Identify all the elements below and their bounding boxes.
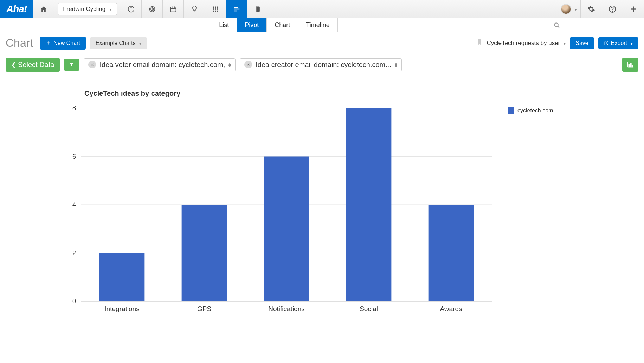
- tab-timeline[interactable]: Timeline: [298, 18, 337, 32]
- remove-filter-icon[interactable]: ✕: [88, 61, 96, 68]
- topbar: Aha! Fredwin Cycling: [0, 0, 644, 18]
- svg-text:2: 2: [72, 250, 76, 257]
- new-chart-label: New Chart: [53, 40, 80, 46]
- svg-text:Awards: Awards: [440, 305, 462, 312]
- home-icon[interactable]: [33, 0, 54, 18]
- info-icon[interactable]: [121, 0, 142, 18]
- svg-rect-54: [429, 205, 474, 301]
- chart-type-button[interactable]: [622, 58, 638, 72]
- svg-rect-48: [182, 205, 227, 301]
- updown-icon[interactable]: ▴▾: [228, 62, 231, 67]
- svg-text:Notifications: Notifications: [268, 305, 305, 312]
- avatar: [561, 4, 571, 14]
- svg-rect-14: [217, 6, 218, 8]
- svg-rect-12: [213, 6, 214, 8]
- svg-text:6: 6: [72, 153, 76, 160]
- filter-creator-domain[interactable]: ✕ Idea creator email domain: cycletech.c…: [240, 58, 402, 71]
- svg-text:0: 0: [72, 298, 76, 305]
- help-icon[interactable]: [602, 0, 623, 18]
- chevron-down-icon: [108, 6, 112, 13]
- bookmark-icon[interactable]: [477, 39, 482, 47]
- chevron-down-icon: [138, 40, 141, 46]
- apps-grid-icon[interactable]: [205, 0, 226, 18]
- legend: cycletech.com: [508, 107, 553, 315]
- view-tabbar: List Pivot Chart Timeline: [0, 18, 644, 32]
- user-menu[interactable]: [557, 0, 581, 18]
- svg-rect-33: [629, 65, 630, 67]
- svg-rect-35: [632, 65, 633, 67]
- svg-rect-16: [215, 8, 216, 10]
- legend-label: cycletech.com: [517, 107, 553, 114]
- svg-rect-34: [630, 63, 631, 67]
- filter-label: Idea creator email domain: cycletech.com…: [256, 61, 391, 69]
- svg-rect-19: [215, 10, 216, 12]
- notebook-icon[interactable]: [247, 0, 268, 18]
- report-name-label: CycleTech requests by user: [487, 40, 560, 47]
- reports-icon[interactable]: [226, 0, 247, 18]
- svg-text:8: 8: [72, 105, 76, 112]
- svg-rect-17: [217, 8, 218, 10]
- page-title: Chart: [6, 37, 33, 50]
- save-button[interactable]: Save: [570, 37, 594, 49]
- filter-label: Idea voter email domain: cycletech.com,: [99, 61, 225, 69]
- target-icon[interactable]: [142, 0, 163, 18]
- updown-icon[interactable]: ▴▾: [395, 62, 397, 67]
- svg-rect-46: [99, 253, 145, 302]
- legend-item: cycletech.com: [508, 107, 553, 114]
- export-label: Export: [611, 40, 627, 46]
- tab-list[interactable]: List: [211, 18, 237, 32]
- product-selector[interactable]: Fredwin Cycling: [58, 3, 117, 15]
- filter-voter-domain[interactable]: ✕ Idea voter email domain: cycletech.com…: [84, 58, 236, 71]
- filter-funnel-button[interactable]: [64, 59, 79, 71]
- svg-point-5: [152, 9, 153, 9]
- plus-icon[interactable]: [623, 0, 644, 18]
- chevron-left-icon: ❮: [11, 61, 16, 68]
- report-name-dropdown[interactable]: CycleTech requests by user: [487, 40, 566, 47]
- chart-area: CycleTech ideas by category 02468Integra…: [0, 75, 644, 322]
- search-icon: [554, 22, 560, 28]
- calendar-icon[interactable]: [163, 0, 184, 18]
- new-chart-button[interactable]: ＋ New Chart: [40, 37, 86, 50]
- tab-chart[interactable]: Chart: [266, 18, 298, 32]
- select-data-label: Select Data: [18, 61, 54, 69]
- app-logo[interactable]: Aha!: [0, 0, 33, 18]
- export-icon: [604, 41, 609, 46]
- view-tabs: List Pivot Chart Timeline: [211, 18, 337, 32]
- bar-chart: 02468IntegrationsGPSNotificationsSocialA…: [21, 105, 499, 315]
- svg-point-26: [612, 11, 613, 11]
- svg-rect-24: [256, 6, 257, 12]
- svg-line-30: [558, 26, 559, 28]
- tab-pivot[interactable]: Pivot: [237, 18, 267, 32]
- svg-rect-13: [215, 6, 216, 8]
- example-charts-label: Example Charts: [96, 40, 136, 46]
- svg-rect-50: [264, 157, 309, 302]
- filterbar: ❮ Select Data ✕ Idea voter email domain:…: [0, 54, 644, 75]
- toolbar: Chart ＋ New Chart Example Charts CycleTe…: [0, 32, 644, 54]
- svg-rect-52: [346, 108, 392, 301]
- search-input[interactable]: [549, 18, 644, 32]
- svg-text:4: 4: [72, 201, 76, 208]
- spacer: [268, 0, 557, 18]
- product-selector-label: Fredwin Cycling: [63, 6, 105, 13]
- lightbulb-icon[interactable]: [184, 0, 205, 18]
- svg-point-29: [554, 23, 558, 27]
- funnel-icon: [70, 61, 74, 68]
- svg-rect-28: [631, 8, 636, 9]
- export-button[interactable]: Export: [598, 37, 638, 49]
- gear-icon[interactable]: [581, 0, 602, 18]
- select-data-button[interactable]: ❮ Select Data: [6, 58, 60, 72]
- legend-swatch: [508, 107, 514, 114]
- remove-filter-icon[interactable]: ✕: [244, 61, 252, 68]
- chart-title: CycleTech ideas by category: [84, 90, 623, 98]
- svg-rect-20: [217, 10, 218, 12]
- svg-text:Social: Social: [360, 305, 378, 312]
- chevron-down-icon: [562, 40, 566, 47]
- plus-icon: ＋: [46, 39, 51, 47]
- svg-rect-6: [170, 7, 176, 12]
- chevron-down-icon: [573, 6, 577, 12]
- svg-text:GPS: GPS: [197, 305, 211, 312]
- example-charts-button[interactable]: Example Charts: [90, 37, 147, 49]
- bar-chart-icon: [626, 61, 634, 68]
- svg-text:Integrations: Integrations: [104, 305, 139, 312]
- svg-rect-15: [213, 8, 214, 10]
